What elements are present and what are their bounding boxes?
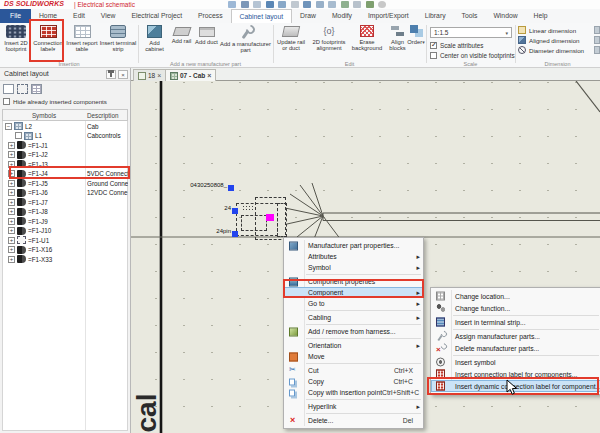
tree-row-f1-j5[interactable]: =F1-J5 Ground Conne: [3, 178, 127, 188]
menu-item-cut[interactable]: Cut Ctrl+X: [284, 365, 423, 376]
tree-row-f1-x33[interactable]: =F1-X33: [3, 254, 127, 264]
document-tab-07-cab[interactable]: 07 - Cab: [165, 69, 216, 81]
submenu-item-change-function[interactable]: Change function...: [431, 302, 600, 314]
expand-icon[interactable]: [8, 227, 15, 234]
quick-access-icon[interactable]: [316, 1, 324, 8]
attribute-label[interactable]: 24: [217, 205, 231, 211]
quick-access-icon[interactable]: [291, 1, 299, 8]
quick-access-icon[interactable]: [278, 1, 286, 8]
expand-icon[interactable]: [8, 170, 15, 177]
document-icon[interactable]: [3, 84, 14, 94]
tree-row-f1-j6[interactable]: =F1-J6 12VDC Conne: [3, 188, 127, 198]
add-rail-button[interactable]: Add rail: [169, 25, 194, 44]
menu-tab-draw[interactable]: Draw: [292, 9, 324, 23]
grip-handle[interactable]: [232, 208, 238, 214]
expand-icon[interactable]: [8, 180, 15, 187]
menu-tab-help[interactable]: Help: [526, 9, 556, 23]
footprint-outline[interactable]: [277, 203, 287, 237]
tree-row-l2[interactable]: L2 Cab: [3, 121, 127, 131]
menu-item-hyperlink[interactable]: Hyperlink: [284, 401, 423, 412]
menu-item-add-remove-harness[interactable]: Add / remove from harness...: [284, 326, 423, 337]
tree-row-f1-j2[interactable]: =F1-J2: [3, 150, 127, 160]
center-footprints-checkbox[interactable]: [430, 52, 437, 59]
expand-icon[interactable]: [8, 218, 15, 225]
dashed-selection-icon[interactable]: [17, 84, 28, 94]
expand-icon[interactable]: [8, 237, 15, 244]
grip-handle[interactable]: [228, 185, 234, 191]
diameter-dimension-button[interactable]: Diameter dimension: [518, 46, 584, 54]
expand-icon[interactable]: [8, 256, 15, 263]
menu-tab-import-export[interactable]: Import/Export: [360, 9, 417, 23]
footprints-alignment-button[interactable]: 2D footprints alignment: [308, 25, 350, 51]
help-icon[interactable]: [378, 1, 386, 8]
submenu-item-delete-manufacturer-parts[interactable]: Delete manufacturer parts...: [431, 342, 600, 354]
menu-tab-edit[interactable]: Edit: [65, 9, 93, 23]
menu-tab-window[interactable]: Window: [485, 9, 525, 23]
tree-row-f1-j3[interactable]: =F1-J3: [3, 159, 127, 169]
tree-row-l1[interactable]: L1 Cabcontrols: [3, 131, 127, 141]
menu-tab-home[interactable]: Home: [31, 9, 65, 23]
menu-tab-tools[interactable]: Tools: [454, 9, 486, 23]
hide-inserted-checkbox[interactable]: [3, 98, 10, 105]
tree-row-f1-j8[interactable]: =F1-J8: [3, 207, 127, 217]
add-cabinet-button[interactable]: Add cabinet: [140, 25, 169, 52]
attribute-label[interactable]: 24pin: [203, 228, 231, 234]
collapse-icon[interactable]: [5, 123, 12, 130]
menu-item-cabling[interactable]: Cabling: [284, 312, 423, 323]
menu-item-orientation[interactable]: Orientation: [284, 340, 423, 351]
insert-2d-footprint-button[interactable]: Insert 2D footprint: [1, 25, 31, 52]
scale-dropdown[interactable]: 1:1.5: [430, 27, 512, 38]
menu-item-symbol[interactable]: Symbol: [284, 262, 423, 273]
quick-access-icon[interactable]: [303, 1, 311, 8]
document-tab-18[interactable]: 18: [133, 69, 166, 81]
tree-row-f1-j1[interactable]: =F1-J1: [3, 140, 127, 150]
menu-item-delete[interactable]: Delete... Del: [284, 415, 423, 426]
menu-item-attributes[interactable]: Attributes: [284, 251, 423, 262]
pin-panel-button[interactable]: [106, 70, 116, 79]
update-rail-or-duct-button[interactable]: Update rail or duct: [274, 25, 308, 51]
column-symbols[interactable]: Symbols: [3, 112, 85, 119]
menu-item-component[interactable]: Component: [284, 287, 423, 298]
erase-background-button[interactable]: Erase background: [350, 25, 384, 51]
table-icon[interactable]: [31, 84, 42, 94]
submenu-item-insert-symbol[interactable]: Insert symbol: [431, 356, 600, 368]
menu-item-move[interactable]: Move: [284, 351, 423, 362]
close-tab-icon[interactable]: [157, 72, 161, 79]
menu-item-copy[interactable]: Copy Ctrl+C: [284, 376, 423, 387]
menu-item-manufacturer-part-properties[interactable]: Manufacturer part properties...: [284, 240, 423, 251]
selection-handle[interactable]: [266, 214, 274, 221]
footprint-outline[interactable]: [241, 215, 267, 231]
close-tab-icon[interactable]: [207, 72, 211, 79]
tree-row-f1-x16[interactable]: =F1-X16: [3, 245, 127, 255]
quick-access-icon[interactable]: [241, 1, 249, 8]
menu-tab-modify[interactable]: Modify: [324, 9, 360, 23]
quick-access-icon[interactable]: [341, 1, 349, 8]
expand-icon[interactable]: [8, 189, 15, 196]
menu-tab-library[interactable]: Library: [417, 9, 454, 23]
tree-row-f1-j4[interactable]: =F1-J4 5VDC Connect: [3, 169, 127, 179]
tree-row-f1-j9[interactable]: =F1-J9: [3, 216, 127, 226]
quick-access-icon[interactable]: [266, 1, 274, 8]
add-duct-button[interactable]: Add duct: [194, 25, 219, 45]
menu-item-go-to[interactable]: Go to: [284, 298, 423, 309]
column-description[interactable]: Description: [87, 112, 119, 119]
add-manufacturer-part-button[interactable]: Add a manufacturer part: [219, 25, 272, 53]
close-panel-button[interactable]: ×: [118, 70, 128, 79]
menu-tab-electrical-project[interactable]: Electrical Project: [123, 9, 190, 23]
tree-row-f1-u1[interactable]: =F1-U1: [3, 235, 127, 245]
quick-access-icon[interactable]: [228, 1, 236, 8]
expand-icon[interactable]: [8, 199, 15, 206]
quick-access-icon[interactable]: [366, 1, 374, 8]
expand-icon[interactable]: [8, 208, 15, 215]
menu-tab-cabinet-layout[interactable]: Cabinet layout: [231, 9, 292, 23]
quick-access-icon[interactable]: [253, 1, 261, 8]
insert-terminal-strip-button[interactable]: Insert terminal strip: [99, 25, 137, 52]
quick-access-icon[interactable]: [353, 1, 361, 8]
row-checkbox[interactable]: [15, 132, 22, 139]
connection-label-button[interactable]: Connection label: [31, 25, 65, 52]
grip-handle[interactable]: [232, 231, 238, 237]
insert-report-table-button[interactable]: Insert report table: [66, 25, 98, 52]
linear-dimension-button[interactable]: Linear dimension: [518, 26, 576, 34]
aligned-dimension-button[interactable]: Aligned dimension: [518, 36, 580, 44]
expand-icon[interactable]: [8, 142, 15, 149]
